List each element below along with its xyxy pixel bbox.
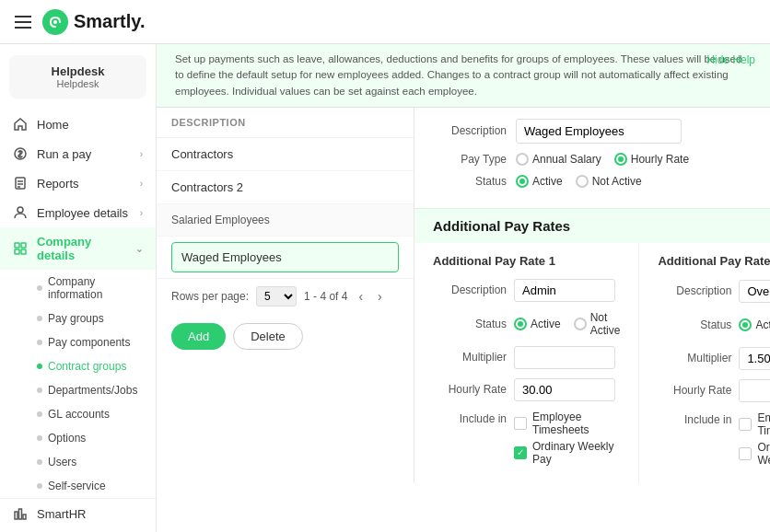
not-active-option[interactable]: Not Active (576, 175, 642, 188)
apr-col2-title: Additional Pay Rate 2 ? (658, 254, 770, 269)
sidebar-item-company-information[interactable]: Company information (0, 270, 156, 306)
sidebar-item-self-service[interactable]: Self-service (0, 474, 156, 498)
sidebar-item-pay-groups[interactable]: Pay groups (0, 306, 156, 330)
pay-type-radio-group: Annual Salary Hourly Rate (516, 153, 689, 166)
sidebar-item-reports[interactable]: Reports › (0, 168, 156, 198)
apr-col2-active-radio[interactable] (739, 318, 752, 331)
dot-icon (37, 285, 42, 291)
svg-rect-9 (19, 509, 22, 519)
apr-col1-timesheets-checkbox[interactable] (514, 417, 527, 430)
description-input[interactable] (516, 119, 682, 144)
person-icon (13, 205, 28, 220)
logo-icon (42, 9, 68, 35)
apr-col2-hourly-input[interactable] (739, 379, 770, 402)
annual-salary-option[interactable]: Annual Salary (516, 153, 601, 166)
active-radio[interactable] (516, 175, 529, 188)
sidebar-item-employee-details[interactable]: Employee details › (0, 198, 156, 227)
sidebar-item-gl-accounts[interactable]: GL accounts (0, 402, 156, 426)
apr-col1-status-label: Status (433, 318, 507, 330)
svg-point-3 (18, 207, 23, 213)
description-label: Description (433, 124, 507, 137)
helpdesk-subtitle: Helpdesk (18, 78, 137, 89)
svg-rect-10 (23, 515, 26, 519)
hide-help-button[interactable]: Hide Help (706, 52, 755, 68)
sidebar-item-options[interactable]: Options (0, 426, 156, 450)
svg-point-0 (53, 20, 57, 24)
sidebar-label-run-a-pay: Run a pay (37, 147, 91, 161)
apr-col1-hourly-input[interactable] (514, 378, 615, 401)
annual-salary-label: Annual Salary (532, 153, 601, 166)
hourly-rate-radio[interactable] (614, 153, 627, 166)
list-item-waged-wrapper: Waged Employees (157, 237, 414, 278)
sidebar-label-employee-details: Employee details (37, 206, 128, 220)
label: Departments/Jobs (48, 384, 137, 397)
home-icon (13, 117, 28, 132)
top-nav: Smartly. (0, 0, 770, 44)
hourly-rate-option[interactable]: Hourly Rate (614, 153, 689, 166)
status-label: Status (433, 175, 507, 188)
active-label: Active (532, 175, 563, 188)
list-header: DESCRIPTION (157, 108, 414, 138)
chevron-right-icon-emp: › (140, 208, 143, 218)
next-page-button[interactable]: › (374, 287, 386, 306)
apr-col2-include-items: Employee Timesheets ? Ordinary Weekly Pa… (739, 411, 770, 467)
apr-col2-hourly-row: Hourly Rate (658, 379, 770, 402)
annual-salary-radio[interactable] (516, 153, 529, 166)
apr-col2-timesheets-checkbox[interactable] (739, 418, 752, 431)
sidebar-item-pay-components[interactable]: Pay components (0, 330, 156, 354)
apr-col1-not-active[interactable]: Not Active (574, 311, 621, 337)
apr-col2-active[interactable]: Active (739, 318, 770, 331)
apr-col2-multiplier-label: Multiplier (658, 352, 731, 364)
prev-page-button[interactable]: ‹ (355, 287, 367, 306)
apr-col2-include-label: Include in (658, 411, 731, 426)
sidebar-item-home[interactable]: Home (0, 110, 156, 139)
sidebar-item-users[interactable]: Users (0, 450, 156, 474)
apr-col1-not-active-radio[interactable] (574, 318, 587, 330)
rows-per-page-select[interactable]: 5 10 25 (256, 286, 297, 306)
sidebar-label-smarthr: SmartHR (37, 507, 86, 521)
apr-col1-include-items: Employee Timesheets Ordinary Weekly Pay (514, 411, 620, 466)
apr-col1-desc-input[interactable] (514, 279, 615, 302)
list-item-contractors[interactable]: Contractors (157, 138, 414, 171)
page-info: 1 - 4 of 4 (304, 290, 347, 303)
sidebar-item-company-details[interactable]: Company details ⌄ (0, 227, 156, 270)
apr-col1-active-radio[interactable] (514, 318, 527, 330)
sidebar-item-smarthr[interactable]: SmartHR (0, 498, 156, 528)
apr-col1-ordinary-weekly[interactable]: Ordinary Weekly Pay (514, 440, 620, 466)
active-option[interactable]: Active (516, 175, 563, 188)
apr-col1-timesheets[interactable]: Employee Timesheets (514, 411, 620, 436)
status-radio-group: Active Not Active (516, 175, 642, 188)
help-bar: Hide Help Set up payments such as leave,… (157, 44, 770, 108)
chevron-right-icon-reports: › (140, 179, 143, 189)
apr-col2-multiplier-input[interactable] (739, 347, 770, 370)
hamburger-menu[interactable] (15, 16, 31, 29)
svg-rect-4 (15, 243, 19, 248)
apr-col1-ordinary-checkbox[interactable] (514, 446, 527, 459)
apr-col2-include-row: Include in Employee Timesheets ? Ordinar… (658, 411, 770, 467)
list-item-salaried[interactable]: Salaried Employees (157, 204, 414, 237)
label: Company information (48, 275, 143, 301)
apr-col2-status-group: Active Not Active (739, 312, 770, 338)
dot-icon (37, 316, 42, 321)
apr-col2-desc-input[interactable] (739, 280, 770, 303)
apr-col2-timesheets[interactable]: Employee Timesheets ? (739, 411, 770, 437)
apr-title: Additional Pay Rates (433, 218, 570, 234)
apr-col1-active[interactable]: Active (514, 318, 561, 330)
add-button[interactable]: Add (171, 323, 226, 350)
list-item-waged[interactable]: Waged Employees (171, 242, 399, 272)
list-item-contractors2[interactable]: Contractors 2 (157, 171, 414, 204)
apr-col2-ordinary-checkbox[interactable] (739, 447, 752, 460)
apr-header: Additional Pay Rates (414, 208, 770, 243)
active-dot-icon (37, 364, 42, 369)
apr-col1-hourly-row: Hourly Rate (433, 378, 620, 401)
dot-icon (37, 411, 42, 417)
not-active-radio[interactable] (576, 175, 589, 188)
apr-col1-multiplier-input[interactable] (514, 346, 615, 369)
delete-button[interactable]: Delete (233, 323, 303, 350)
sidebar-item-contract-groups[interactable]: Contract groups (0, 354, 156, 378)
sidebar-item-run-a-pay[interactable]: Run a pay › (0, 139, 156, 168)
apr-col2-ordinary-weekly[interactable]: Ordinary Weekly Pay ? (739, 441, 770, 467)
sidebar-item-departments-jobs[interactable]: Departments/Jobs (0, 378, 156, 402)
apr-column-2: Additional Pay Rate 2 ? Description Stat… (639, 243, 770, 483)
apr-col1-multiplier-row: Multiplier (433, 346, 620, 369)
